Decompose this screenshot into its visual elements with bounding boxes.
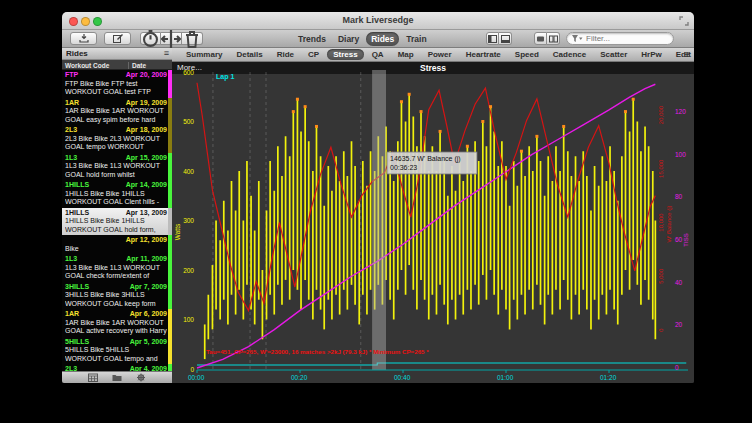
tab-power[interactable]: Power [422,49,458,60]
ride-row[interactable]: 2L3Apr 18, 20092L3 Bike Bike 2L3 WORKOUT… [62,125,172,153]
window-title: Mark Liversedge [62,15,694,25]
time-tick-label: 00:40 [394,374,411,381]
ride-row[interactable]: FTPApr 20, 2009FTP Bike Bike FTP test WO… [62,70,172,98]
sidebar-title: Rides [66,49,88,58]
ride-row[interactable]: 1ARApr 6, 20091AR Bike Bike 1AR WORKOUT … [62,309,172,337]
ride-date: Apr 18, 2009 [126,126,167,135]
ride-row[interactable]: 1L3Apr 15, 20091L3 Bike Bike 1L3 WORKOUT… [62,153,172,181]
tab-details[interactable]: Details [230,49,268,60]
tab-ride[interactable]: Ride [271,49,300,60]
ride-row[interactable]: 2L3Apr 4, 20092L3 Bike Bike 2L3 WORKOUT … [62,364,172,371]
fullscreen-icon[interactable] [679,16,689,26]
nav-trends[interactable]: Trends [293,32,331,46]
watts-tick-label: 100 [183,316,194,323]
tab-edit[interactable]: Edit [670,49,694,60]
sidebar-header[interactable]: Rides ≡ [62,48,172,60]
ride-row[interactable]: 1HILLSApr 14, 20091HILLS Bike Bike 1HILL… [62,180,172,208]
ride-description: Bike [65,245,167,254]
match-marker [439,130,442,133]
stress-chart[interactable]: More... Stress 00:0000:2000:4001:0001:20… [172,62,694,383]
tiss-tick-label: 0 [675,364,679,371]
tab-heartrate[interactable]: Heartrate [460,49,507,60]
toolbar: TrendsDiaryRidesTrain [62,30,694,48]
tab-qa[interactable]: QA [366,49,390,60]
ride-code: 5HILLS [65,338,89,347]
ride-date: Apr 6, 2009 [130,310,167,319]
tiled-view-button[interactable] [547,32,560,45]
ride-list-columns[interactable]: Workout Code Date [62,60,172,70]
watts-tick-label: 200 [183,267,194,274]
column-workout-code[interactable]: Workout Code [65,62,109,69]
sidebar-toggle-button[interactable] [486,32,499,45]
ride-row[interactable]: 5HILLSApr 5, 20095HILLS Bike 5HILLS WORK… [62,337,172,365]
stopwatch-button[interactable] [140,32,161,45]
ride-row[interactable]: 1ARApr 19, 20091AR Bike Bike 1AR WORKOUT… [62,98,172,126]
lowbar-toggle-button[interactable] [499,32,512,45]
split-icon [161,30,181,48]
filter-input[interactable] [586,34,666,43]
nav-rides[interactable]: Rides [366,32,399,46]
column-date[interactable]: Date [128,62,146,69]
stress-plot[interactable]: 00:0000:2000:4001:0001:20010020030040050… [172,62,694,383]
sidebar-menu-icon[interactable]: ≡ [164,48,169,58]
download-icon [79,34,89,43]
tab-scatter[interactable]: Scatter [594,49,633,60]
app-window: Mark Liversedge [62,12,694,383]
ride-code: 1HILLS [65,181,89,190]
ride-code: 1L3 [65,255,77,264]
nav-train[interactable]: Train [401,32,431,46]
desktop-background: Mark Liversedge [0,0,752,423]
speed-series [197,363,686,365]
tiled-view-icon [549,35,558,43]
tab-cadence[interactable]: Cadence [547,49,592,60]
match-marker [535,135,538,138]
tooltip-time: 00:36:23 [390,164,417,171]
ride-row[interactable]: 3HILLSApr 7, 20093HILLS Bike Bike 3HILLS… [62,282,172,310]
tab-summary[interactable]: Summary [180,49,228,60]
tabbed-view-button[interactable] [534,32,547,45]
wbal-tick-label: 10,000 [658,213,664,232]
tabbar-menu-icon[interactable]: ≡ [684,49,690,60]
ride-date: Apr 19, 2009 [126,99,167,108]
calendar-icon[interactable] [88,373,98,382]
activity-tools-group [140,32,203,45]
lowbar-icon [501,35,510,43]
ride-description: 5HILLS Bike 5HILLS WORKOUT GOAL tempo an… [65,346,167,363]
tab-stress[interactable]: Stress [327,49,363,60]
ride-row[interactable]: 1HILLSApr 13, 20091HILLS Bike Bike 1HILL… [62,208,172,236]
ride-description: 1HILLS Bike Bike 1HILLS WORKOUT GOAL Cle… [65,190,167,207]
tiss-tick-label: 20 [675,321,683,328]
ride-code: 3HILLS [65,283,89,292]
lap-label: Lap 1 [216,73,234,81]
tab-map[interactable]: Map [392,49,420,60]
time-tick-label: 01:20 [600,374,617,381]
chart-tabbar: SummaryDetailsRideCPStressQAMapPowerHear… [172,48,694,62]
wbal-tick-label: 20,000 [658,105,664,124]
ride-row[interactable]: 1L3Apr 11, 20091L3 Bike Bike 1L3 WORKOUT… [62,254,172,282]
tab-cp[interactable]: CP [302,49,325,60]
match-marker [520,150,523,153]
watts-tick-label: 600 [183,69,194,76]
wbal-tick-label: 0 [658,328,664,332]
match-marker [400,100,403,103]
ride-row[interactable]: Apr 12, 2009Bike [62,235,172,254]
nav-diary[interactable]: Diary [333,32,364,46]
watts-tick-label: 500 [183,118,194,125]
tab-hrpw[interactable]: HrPw [635,49,667,60]
filter-field[interactable] [566,32,674,45]
download-button[interactable] [70,32,97,45]
delete-activity-button[interactable] [182,32,203,45]
ride-list[interactable]: FTPApr 20, 2009FTP Bike Bike FTP test WO… [62,70,172,371]
time-tick-label: 00:20 [291,374,308,381]
layout-toggles [534,32,560,45]
sidebar-icon [488,35,497,43]
ride-date: Apr 5, 2009 [130,338,167,347]
cursor-band[interactable] [372,70,386,370]
title-bar[interactable]: Mark Liversedge [62,12,694,30]
gear-icon[interactable] [136,373,146,382]
tab-speed[interactable]: Speed [509,49,545,60]
wbal-tick-label: 5,000 [658,268,664,284]
split-activity-button[interactable] [161,32,182,45]
folder-icon[interactable] [112,373,122,382]
manual-activity-button[interactable] [104,32,131,45]
